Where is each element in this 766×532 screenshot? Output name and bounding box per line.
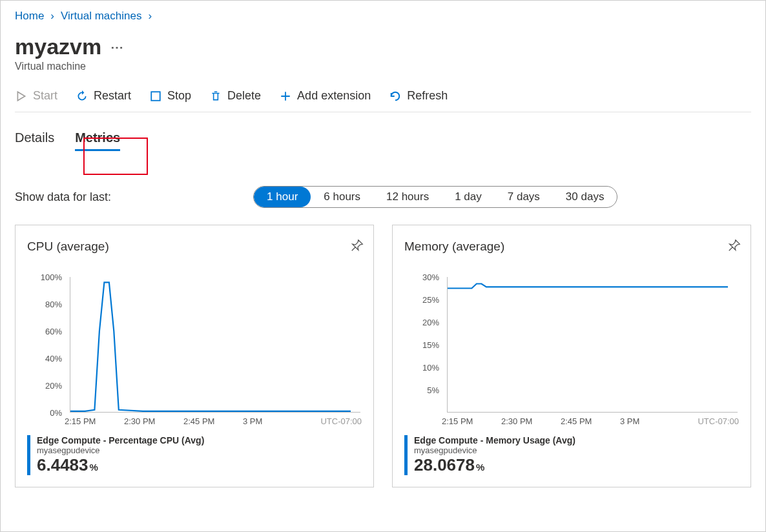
memory-current-value: 28.0678 bbox=[414, 455, 475, 475]
time-range-6h[interactable]: 6 hours bbox=[311, 187, 373, 207]
chevron-right-icon: › bbox=[148, 10, 152, 23]
play-icon bbox=[15, 90, 28, 103]
breadcrumb-vms[interactable]: Virtual machines bbox=[61, 10, 141, 23]
tab-bar: Details Metrics bbox=[15, 130, 751, 151]
resource-type-label: Virtual machine bbox=[15, 61, 751, 72]
cpu-card-title: CPU (average) bbox=[27, 240, 362, 254]
memory-unit: % bbox=[476, 462, 484, 473]
time-range-12h[interactable]: 12 hours bbox=[373, 187, 442, 207]
time-range-label: Show data for last: bbox=[15, 190, 111, 204]
page-title: myazvm bbox=[15, 34, 101, 59]
breadcrumb-home[interactable]: Home bbox=[15, 10, 44, 23]
time-range-1d[interactable]: 1 day bbox=[442, 187, 495, 207]
command-bar: Start Restart Stop Delete Add extension bbox=[15, 85, 751, 112]
tab-metrics[interactable]: Metrics bbox=[75, 130, 120, 151]
time-range-7d[interactable]: 7 days bbox=[495, 187, 553, 207]
cpu-chart: 0%20%40%60%80%100% bbox=[32, 277, 362, 413]
stop-button[interactable]: Stop bbox=[149, 89, 191, 103]
memory-chart-card: Memory (average) 5%10%15%20%25%30% 2:15 … bbox=[392, 225, 751, 487]
legend-color-swatch bbox=[27, 435, 30, 475]
time-range-1h[interactable]: 1 hour bbox=[254, 187, 311, 207]
svg-rect-0 bbox=[151, 92, 160, 101]
cpu-legend-device: myasegpudevice bbox=[37, 445, 204, 455]
tab-details[interactable]: Details bbox=[15, 130, 54, 151]
cpu-chart-card: CPU (average) 0%20%40%60%80%100% 2:15 PM… bbox=[15, 225, 374, 487]
cpu-legend-metric: Edge Compute - Percentage CPU (Avg) bbox=[37, 435, 204, 445]
stop-icon bbox=[149, 90, 162, 103]
cpu-unit: % bbox=[90, 462, 98, 473]
restart-button[interactable]: Restart bbox=[76, 89, 131, 103]
time-range-30d[interactable]: 30 days bbox=[553, 187, 617, 207]
restart-icon bbox=[76, 90, 88, 103]
start-button: Start bbox=[15, 89, 57, 103]
memory-chart: 5%10%15%20%25%30% bbox=[409, 277, 739, 413]
refresh-button[interactable]: Refresh bbox=[389, 89, 448, 103]
pin-icon[interactable] bbox=[350, 238, 364, 255]
memory-legend-metric: Edge Compute - Memory Usage (Avg) bbox=[414, 435, 575, 445]
legend-color-swatch bbox=[404, 435, 408, 475]
memory-legend-device: myasegpudevice bbox=[414, 445, 575, 455]
pin-icon[interactable] bbox=[727, 238, 741, 255]
time-range-picker: 1 hour 6 hours 12 hours 1 day 7 days 30 … bbox=[253, 186, 617, 208]
memory-card-title: Memory (average) bbox=[404, 240, 739, 254]
delete-button[interactable]: Delete bbox=[209, 89, 261, 103]
plus-icon bbox=[279, 90, 292, 103]
add-extension-button[interactable]: Add extension bbox=[279, 89, 371, 103]
trash-icon bbox=[209, 90, 222, 103]
chevron-right-icon: › bbox=[50, 10, 54, 23]
cpu-current-value: 6.4483 bbox=[37, 455, 88, 475]
breadcrumb: Home › Virtual machines › bbox=[15, 10, 751, 23]
more-menu-icon[interactable]: ⋯ bbox=[110, 39, 123, 55]
refresh-icon bbox=[389, 90, 402, 103]
